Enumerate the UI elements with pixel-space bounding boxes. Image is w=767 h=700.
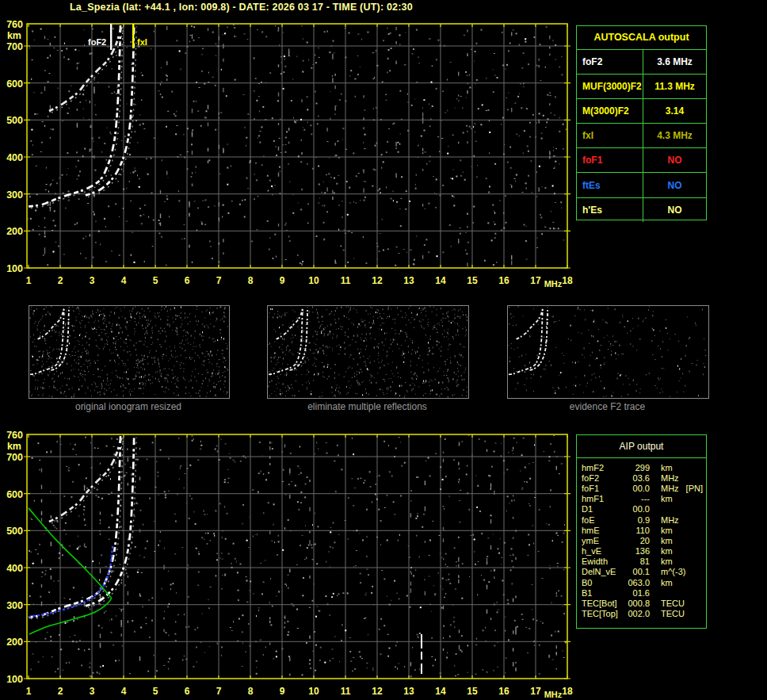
- y-tick-label: 300: [6, 600, 23, 611]
- x-tick-label: 5: [153, 275, 158, 286]
- second-hop-trace: [277, 308, 303, 339]
- y-tick-label: 400: [6, 152, 23, 163]
- y-axis-labels: 760700600500400300200100km: [6, 430, 23, 685]
- thumbnail-original-ionogram: [29, 305, 230, 399]
- x-tick-label: 3: [90, 275, 95, 286]
- parameter-value: 20: [623, 536, 650, 545]
- parameter-label: ymE: [577, 536, 623, 545]
- caption-evidence-f2-trace: evidence F2 trace: [507, 401, 708, 412]
- x-axis-labels: 123456789101112131415161718MHz: [26, 275, 573, 289]
- parameter-unit: TECU: [661, 599, 685, 608]
- parameter-value: NO: [643, 148, 706, 172]
- parameter-value: 000.8: [623, 599, 650, 608]
- parameter-value: ---: [623, 494, 650, 503]
- x-tick-label: 11: [341, 275, 351, 286]
- parameter-unit: MHz: [661, 484, 679, 493]
- parameter-label: h'Es: [577, 198, 643, 222]
- parameter-label: hmF2: [577, 463, 623, 472]
- parameter-value: 03.6: [623, 473, 650, 483]
- x-tick-label: 1: [26, 686, 32, 697]
- aip-row-d1: D100.0: [577, 504, 706, 514]
- x-tick-label: 12: [372, 686, 383, 697]
- y-tick-label: 600: [6, 489, 23, 500]
- x-axis-unit: MHz: [544, 690, 563, 699]
- aip-row-foe: foE0.9MHz: [577, 514, 706, 525]
- parameter-value: NO: [643, 173, 706, 197]
- x-tick-label: 18: [562, 275, 573, 286]
- echo-noise: [28, 25, 567, 266]
- x-tick-label: 4: [121, 275, 127, 286]
- x-tick-label: 17: [530, 686, 541, 697]
- autoscala-row-fxi: fxI4.3 MHz: [577, 123, 706, 147]
- f2-ordinary-trace: [509, 308, 543, 375]
- parameter-value: NO: [643, 198, 706, 222]
- station-title: La_Spezia (lat: +44.1 , lon: 009.8) - DA…: [70, 2, 413, 13]
- parameter-value: 4.3 MHz: [643, 124, 706, 147]
- second-hop-trace-shadow: [52, 440, 124, 523]
- y-axis-unit: km: [7, 441, 21, 452]
- x-tick-label: 3: [90, 686, 95, 697]
- parameter-unit: km: [661, 578, 673, 587]
- autoscala-output-table: AUTOSCALA output foF23.6 MHzMUF(3000)F21…: [576, 25, 707, 220]
- x-tick-label: 15: [467, 275, 478, 286]
- parameter-label: B0: [577, 578, 623, 587]
- x-tick-label: 13: [403, 686, 414, 697]
- parameter-value: 063.0: [623, 578, 650, 587]
- x-tick-label: 7: [216, 275, 222, 286]
- autoscala-table-rows: foF23.6 MHzMUF(3000)F211.3 MHzM(3000)F23…: [577, 49, 706, 222]
- x-tick-label: 8: [248, 686, 254, 697]
- y-axis-labels: 760700600500400300200100km: [6, 19, 23, 274]
- x-tick-label: 1: [26, 275, 32, 286]
- electron-density-profile: [29, 508, 111, 634]
- parameter-label: foF2: [577, 473, 623, 483]
- parameter-unit: km: [661, 557, 673, 566]
- parameter-value: 3.6 MHz: [643, 50, 706, 74]
- y-tick-label: 600: [6, 78, 23, 90]
- parameter-value: 110: [623, 526, 650, 535]
- x-tick-label: 11: [341, 686, 351, 697]
- parameter-unit: m^(-3): [661, 567, 685, 576]
- parameter-value: 299: [623, 463, 650, 472]
- y-tick-label: 400: [6, 563, 23, 574]
- x-tick-label: 16: [498, 275, 509, 286]
- x-tick-label: 14: [435, 686, 446, 697]
- x-tick-label: 10: [308, 686, 319, 697]
- x-tick-label: 16: [498, 686, 509, 697]
- ionogram-profile-plot: 123456789101112131415161718MHz7607006005…: [0, 427, 574, 700]
- autoscala-row-m3000f2: M(3000)F23.14: [577, 98, 706, 123]
- x-tick-label: 13: [403, 275, 414, 286]
- parameter-unit: km: [661, 463, 673, 472]
- plot-area: foF2fxI: [24, 24, 570, 268]
- parameter-label: fxI: [577, 124, 643, 147]
- x-tick-label: 5: [153, 686, 158, 697]
- parameter-note: [PN]: [686, 484, 703, 493]
- x-tick-label: 6: [185, 275, 190, 286]
- parameter-label: M(3000)F2: [577, 99, 643, 123]
- parameter-value: 00.1: [623, 567, 650, 576]
- parameter-unit: TECU: [661, 609, 685, 618]
- parameter-label: TEC[Bot]: [577, 599, 623, 608]
- parameter-unit: km: [661, 536, 673, 545]
- autoscala-row-muf3000f2: MUF(3000)F211.3 MHz: [577, 74, 706, 98]
- parameter-unit: MHz: [661, 515, 679, 525]
- foF2-marker-label: foF2: [88, 37, 106, 47]
- parameter-value: 136: [623, 546, 650, 556]
- caption-original-ionogram: original ionogram resized: [29, 401, 228, 412]
- aip-row-hme: hmE110km: [577, 525, 706, 535]
- parameter-label: TEC[Top]: [577, 609, 623, 618]
- aip-table-header: AIP output: [577, 435, 706, 458]
- parameter-unit: km: [661, 526, 673, 535]
- y-axis-unit: km: [7, 30, 21, 41]
- ionogram-main-plot: foF2fxI123456789101112131415161718MHz760…: [0, 16, 574, 289]
- x-axis-unit: MHz: [544, 279, 563, 289]
- parameter-value: 01.6: [623, 588, 650, 598]
- parameter-value: 0.9: [623, 515, 650, 525]
- parameter-label: foF1: [577, 148, 643, 172]
- caption-eliminate-reflections: eliminate multiple reflections: [267, 401, 467, 412]
- x-tick-label: 6: [185, 686, 190, 697]
- parameter-value: 3.14: [643, 99, 706, 123]
- parameter-label: foF2: [577, 50, 643, 74]
- y-tick-label: 500: [6, 115, 23, 126]
- parameter-label: foF1: [577, 484, 623, 493]
- f2-extraordinary-trace: [86, 435, 134, 606]
